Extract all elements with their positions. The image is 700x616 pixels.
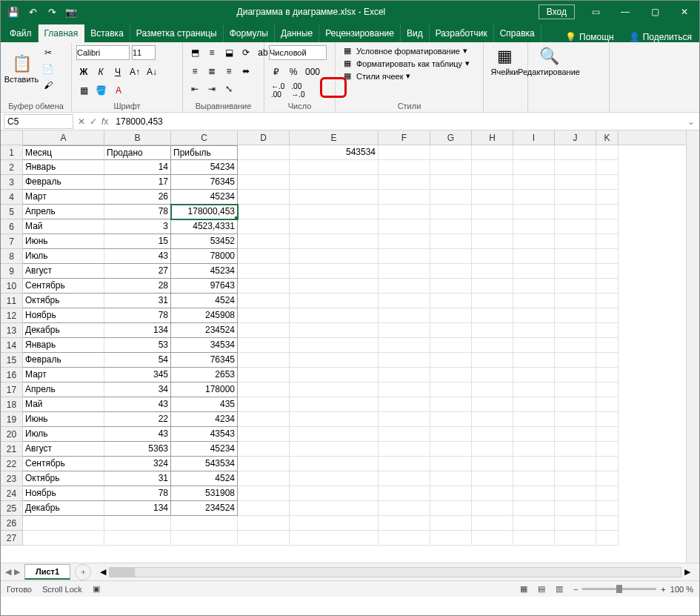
cell-E21[interactable] [290,442,379,457]
cell-J12[interactable] [555,308,596,323]
cell-B8[interactable]: 43 [104,249,171,264]
cells-button[interactable]: ▦ Ячейки [488,45,521,78]
col-header-D[interactable]: D [238,130,290,145]
align-bottom-icon[interactable]: ⬓ [221,45,236,60]
cell-D17[interactable] [238,382,290,397]
percent-format-icon[interactable]: % [286,64,301,79]
cell-B2[interactable]: 14 [104,160,171,175]
orientation-icon[interactable]: ⟳ [239,45,253,60]
cell-G24[interactable] [430,486,472,501]
comma-format-icon[interactable]: 000 [303,64,322,79]
cell-C25[interactable]: 234524 [171,501,238,516]
cell-J27[interactable] [555,531,596,546]
cell-E20[interactable] [290,427,379,442]
row-header-22[interactable]: 22 [1,457,22,471]
cell-A12[interactable]: Ноябрь [23,308,104,323]
cell-H22[interactable] [472,457,513,471]
fx-icon[interactable]: fx [101,116,108,127]
cell-C21[interactable]: 45234 [171,442,238,457]
cell-A24[interactable]: Ноябрь [23,486,104,501]
cell-K21[interactable] [596,442,619,457]
cell-A3[interactable]: Февраль [23,175,104,190]
cell-G1[interactable] [430,145,472,160]
cell-H23[interactable] [472,471,513,486]
increase-decimal-icon[interactable]: ←.0.00 [269,83,287,98]
cell-J7[interactable] [555,234,596,249]
share-button[interactable]: 👤Поделиться [621,32,699,42]
cell-F7[interactable] [379,234,430,249]
cell-K18[interactable] [596,397,619,412]
cell-A13[interactable]: Декабрь [23,323,104,338]
cell-H3[interactable] [472,175,513,190]
cell-A6[interactable]: Май [23,219,104,234]
cell-F16[interactable] [379,368,430,382]
orientation2-icon[interactable]: ⤡ [221,82,236,96]
cancel-formula-icon[interactable]: ✕ [78,116,85,127]
col-header-H[interactable]: H [472,130,513,145]
row-header-14[interactable]: 14 [1,338,22,353]
cell-B21[interactable]: 5363 [104,442,171,457]
cell-E27[interactable] [290,531,379,546]
row-header-6[interactable]: 6 [1,219,22,234]
cell-F6[interactable] [379,219,430,234]
cell-G25[interactable] [430,501,472,516]
cell-A17[interactable]: Апрель [23,382,104,397]
cell-F11[interactable] [379,294,430,308]
cell-I2[interactable] [513,160,555,175]
camera-icon[interactable]: 📷 [63,4,79,20]
cell-A18[interactable]: Май [23,397,104,412]
cell-K26[interactable] [596,516,619,531]
cell-E3[interactable] [290,175,379,190]
cell-J20[interactable] [555,427,596,442]
cell-E18[interactable] [290,397,379,412]
cell-B22[interactable]: 324 [104,457,171,471]
col-header-F[interactable]: F [379,130,430,145]
cell-B23[interactable]: 31 [104,471,171,486]
name-box[interactable] [4,114,73,129]
cell-H7[interactable] [472,234,513,249]
cell-F2[interactable] [379,160,430,175]
cell-E19[interactable] [290,412,379,427]
cell-A11[interactable]: Октябрь [23,294,104,308]
cell-J24[interactable] [555,486,596,501]
cell-I15[interactable] [513,353,555,368]
cell-F9[interactable] [379,264,430,279]
cell-H13[interactable] [472,323,513,338]
zoom-control[interactable]: − + 100 % [573,585,693,594]
row-header-23[interactable]: 23 [1,471,22,486]
cell-J10[interactable] [555,279,596,294]
macro-record-icon[interactable]: ▣ [93,584,100,594]
cell-E6[interactable] [290,219,379,234]
italic-button[interactable]: К [93,64,108,79]
cell-H20[interactable] [472,427,513,442]
cell-J23[interactable] [555,471,596,486]
cell-D3[interactable] [238,175,290,190]
cell-G22[interactable] [430,457,472,471]
underline-button[interactable]: Ч [110,64,125,79]
cell-K4[interactable] [596,190,619,205]
cell-G23[interactable] [430,471,472,486]
cell-C9[interactable]: 45234 [171,264,238,279]
row-header-13[interactable]: 13 [1,323,22,338]
cell-H8[interactable] [472,249,513,264]
cell-K27[interactable] [596,531,619,546]
cell-F1[interactable] [379,145,430,160]
cell-D19[interactable] [238,412,290,427]
cell-E26[interactable] [290,516,379,531]
cell-C13[interactable]: 234524 [171,323,238,338]
copy-icon[interactable]: 📄 [40,62,56,76]
row-header-25[interactable]: 25 [1,501,22,516]
row-header-9[interactable]: 9 [1,264,22,279]
cell-I6[interactable] [513,219,555,234]
tab-page-layout[interactable]: Разметка страницы [130,24,224,42]
cell-K13[interactable] [596,323,619,338]
row-header-26[interactable]: 26 [1,516,22,531]
col-header-J[interactable]: J [555,130,596,145]
cell-H18[interactable] [472,397,513,412]
cell-G4[interactable] [430,190,472,205]
cell-E13[interactable] [290,323,379,338]
cell-A16[interactable]: Март [23,368,104,382]
cell-J19[interactable] [555,412,596,427]
cell-F17[interactable] [379,382,430,397]
cell-I24[interactable] [513,486,555,501]
